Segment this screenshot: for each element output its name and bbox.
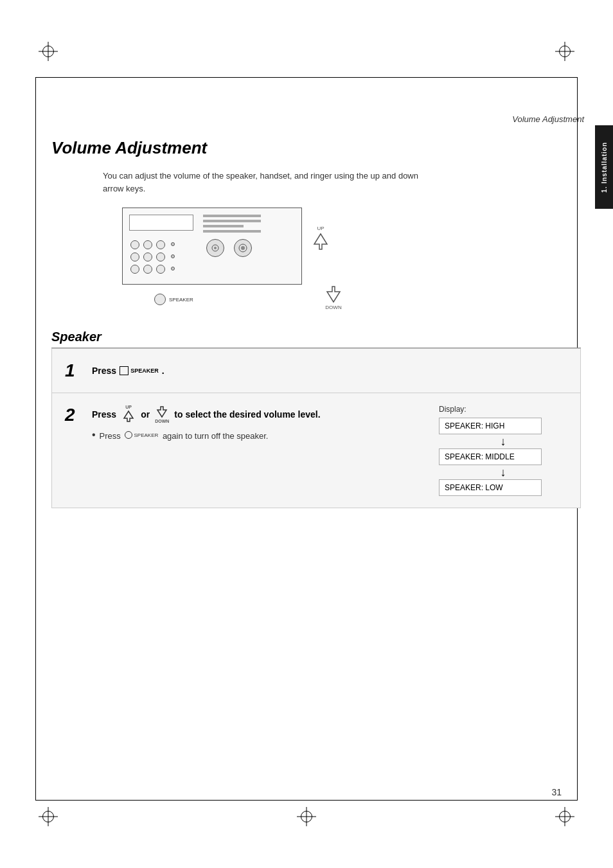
key-9 bbox=[156, 265, 165, 274]
speaker-inline-label: SPEAKER bbox=[130, 368, 159, 374]
display-label: Display: bbox=[439, 405, 567, 414]
device-display bbox=[129, 215, 193, 231]
section-title: Speaker bbox=[51, 330, 581, 344]
page-title: Volume Adjustment bbox=[51, 138, 581, 158]
speaker-circle-icon bbox=[154, 294, 166, 305]
device-lines bbox=[203, 215, 261, 235]
steps-container: 1 Press SPEAKER . 2 Press UP bbox=[51, 348, 581, 508]
step-1: 1 Press SPEAKER . bbox=[52, 349, 580, 393]
arrow-down-icon bbox=[323, 284, 344, 305]
key-dot-3 bbox=[171, 267, 175, 270]
key-dot-2 bbox=[171, 254, 175, 258]
nav-btn-2 bbox=[234, 239, 252, 257]
device-line-1 bbox=[203, 215, 261, 217]
corner-mark-tr bbox=[552, 39, 578, 64]
bullet-speaker-label: SPEAKER bbox=[134, 432, 158, 438]
svg-marker-7 bbox=[157, 407, 166, 417]
key-5 bbox=[143, 252, 152, 261]
step-2-or-label: or bbox=[141, 409, 150, 420]
step-2-press-label: Press bbox=[92, 409, 116, 420]
arrow-up-area: UP bbox=[310, 226, 331, 252]
step-1-press-label: Press bbox=[92, 366, 116, 376]
key-2 bbox=[143, 240, 152, 249]
key-1 bbox=[130, 240, 139, 249]
display-arrow-1: ↓ bbox=[439, 436, 567, 447]
step-2-left: Press UP or DOWN to select the desired v bbox=[92, 405, 426, 441]
device-line-4 bbox=[203, 230, 261, 233]
speaker-button-label: SPEAKER bbox=[169, 297, 193, 303]
keypad bbox=[130, 240, 177, 277]
bullet-speaker-btn: SPEAKER bbox=[125, 431, 158, 439]
device-box bbox=[122, 208, 302, 285]
svg-point-3 bbox=[241, 246, 245, 250]
step-2-suffix: to select the desired volume level. bbox=[174, 409, 320, 420]
key-4 bbox=[130, 252, 139, 261]
down-label: DOWN bbox=[325, 305, 341, 310]
key-6 bbox=[156, 252, 165, 261]
step-2-title: Press UP or DOWN to select the desired v bbox=[92, 405, 426, 423]
up-icon-label: UP bbox=[125, 405, 132, 409]
up-arrow-svg bbox=[121, 409, 136, 423]
svg-marker-6 bbox=[124, 411, 133, 421]
speaker-button-area: SPEAKER bbox=[154, 294, 193, 305]
bullet-text: Press SPEAKER again to turn off the spea… bbox=[100, 431, 269, 441]
key-dot-1 bbox=[171, 242, 175, 246]
display-middle: SPEAKER: MIDDLE bbox=[439, 448, 542, 465]
display-high: SPEAKER: HIGH bbox=[439, 418, 542, 434]
step-1-speaker-icon: SPEAKER bbox=[120, 366, 159, 375]
svg-point-1 bbox=[214, 247, 217, 249]
corner-mark-br bbox=[552, 804, 578, 829]
display-low: SPEAKER: LOW bbox=[439, 479, 542, 496]
step-2-bullet: • Press SPEAKER again to turn off the sp… bbox=[92, 431, 426, 441]
step-2-number: 2 bbox=[65, 405, 84, 425]
corner-mark-tl bbox=[35, 39, 61, 64]
corner-mark-bm bbox=[294, 804, 319, 829]
speaker-inline-circle bbox=[120, 366, 129, 375]
nav-area bbox=[206, 239, 252, 257]
bullet-dot: • bbox=[92, 430, 96, 440]
main-content: Volume Adjustment You can adjust the vol… bbox=[51, 138, 581, 804]
section-tab: 1. Installation bbox=[595, 125, 613, 209]
svg-marker-5 bbox=[327, 287, 340, 302]
margin-line-top bbox=[35, 77, 578, 78]
device-line-2 bbox=[203, 220, 261, 222]
step-2-right: Display: SPEAKER: HIGH ↓ SPEAKER: MIDDLE… bbox=[439, 405, 567, 496]
svg-marker-4 bbox=[314, 234, 327, 249]
header-section-label: Volume Adjustment bbox=[512, 114, 584, 124]
step-2-down-arrow-icon: DOWN bbox=[155, 405, 169, 423]
step-1-suffix: . bbox=[162, 366, 164, 376]
step-1-number: 1 bbox=[65, 360, 84, 381]
key-7 bbox=[130, 265, 139, 274]
bullet-speaker-circle bbox=[125, 431, 132, 439]
display-arrow-2: ↓ bbox=[439, 466, 567, 478]
margin-line-left bbox=[35, 77, 36, 801]
key-8 bbox=[143, 265, 152, 274]
keypad-row-3 bbox=[130, 265, 177, 274]
device-illustration: UP DOWN SPEAKER bbox=[103, 208, 347, 310]
step-2-up-arrow-icon: UP bbox=[121, 405, 136, 423]
nav-btn-1 bbox=[206, 239, 224, 257]
down-icon-label: DOWN bbox=[155, 419, 169, 423]
keypad-row-2 bbox=[130, 252, 177, 261]
device-line-3 bbox=[203, 225, 244, 227]
arrow-up-icon bbox=[310, 231, 331, 252]
up-label: UP bbox=[317, 226, 324, 231]
step-2: 2 Press UP or DOWN bbox=[52, 393, 580, 508]
intro-text: You can adjust the volume of the speaker… bbox=[103, 170, 437, 195]
arrow-down-area: DOWN bbox=[323, 284, 344, 310]
step-1-text: Press SPEAKER . bbox=[92, 366, 164, 376]
key-3 bbox=[156, 240, 165, 249]
keypad-row-1 bbox=[130, 240, 177, 249]
down-arrow-svg bbox=[155, 405, 169, 419]
corner-mark-bl bbox=[35, 804, 61, 829]
tab-label: 1. Installation bbox=[601, 142, 608, 193]
step-2-inner: 2 Press UP or DOWN bbox=[65, 405, 426, 496]
